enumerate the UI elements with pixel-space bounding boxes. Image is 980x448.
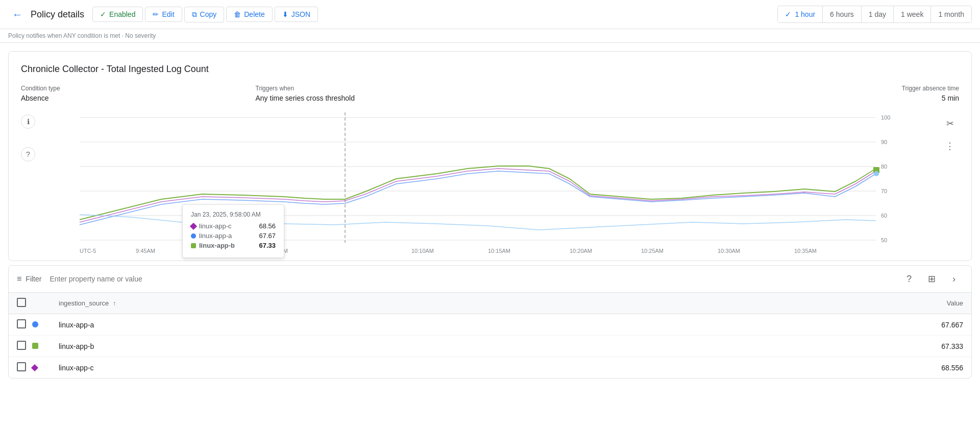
delete-icon: 🗑 (234, 10, 241, 18)
info-icon-btn[interactable]: ℹ (21, 114, 35, 129)
svg-text:10:30AM: 10:30AM (718, 248, 740, 254)
svg-text:9:50AM: 9:50AM (202, 248, 222, 254)
subtitle-bar: Policy notifies when ANY condition is me… (0, 29, 980, 43)
time-range-1hour[interactable]: ✓ 1 hour (778, 6, 823, 22)
time-range-group: ✓ 1 hour 6 hours 1 day 1 week 1 month (777, 6, 972, 23)
download-icon: ⬇ (282, 10, 288, 18)
series-dot-icon (32, 321, 38, 327)
delete-button[interactable]: 🗑 Delete (226, 7, 272, 22)
svg-text:9:45AM: 9:45AM (136, 248, 155, 254)
source-cell: linux-app-b (51, 336, 656, 357)
check-circle-icon: ✓ (100, 10, 106, 18)
filter-label: Filter (26, 275, 41, 283)
table-body: linux-app-a 67.667 linux-app-b 67.333 li… (9, 314, 971, 379)
columns-icon-btn[interactable]: ⊞ (922, 270, 941, 288)
value-cell: 67.667 (656, 314, 971, 336)
header-checkbox[interactable] (17, 298, 26, 307)
chart-title: Chronicle Collector - Total Ingested Log… (21, 64, 959, 75)
row-checkbox-2[interactable] (17, 362, 26, 371)
time-range-1day[interactable]: 1 day (862, 6, 894, 22)
svg-text:60: 60 (881, 213, 887, 219)
svg-text:UTC-5: UTC-5 (80, 248, 96, 254)
data-table: ingestion_source ↑ Value linux-app-a 67.… (9, 293, 971, 378)
more-vert-icon-btn[interactable]: ⋮ (941, 137, 959, 155)
svg-text:90: 90 (881, 139, 887, 145)
chart-card: Chronicle Collector - Total Ingested Log… (8, 51, 972, 261)
row-checkbox-1[interactable] (17, 341, 26, 350)
chart-area-wrapper: ℹ ? 100 90 80 70 60 (21, 112, 959, 261)
help-table-icon-btn[interactable]: ? (900, 270, 918, 288)
back-button[interactable]: ← (8, 5, 27, 23)
chart-controls-right: ✂ ⋮ (941, 112, 959, 261)
header-source-col[interactable]: ingestion_source ↑ (51, 293, 656, 314)
chart-svg: 100 90 80 70 60 50 (39, 112, 937, 261)
copy-icon: ⧉ (192, 10, 197, 19)
triggers-when-section: Triggers when Any time series cross thre… (256, 85, 725, 102)
time-range-6hours[interactable]: 6 hours (823, 6, 862, 22)
source-cell: linux-app-a (51, 314, 656, 336)
table-row: linux-app-c 68.556 (9, 357, 971, 379)
table-row: linux-app-a 67.667 (9, 314, 971, 336)
svg-text:80: 80 (881, 163, 887, 170)
row-checkbox-0[interactable] (17, 319, 26, 328)
sort-asc-icon: ↑ (113, 300, 116, 307)
header-checkbox-col (9, 293, 30, 314)
table-row: linux-app-b 67.333 (9, 336, 971, 357)
table-filter-right: ? ⊞ › (900, 270, 963, 288)
top-bar-actions: ✓ Enabled ✏ Edit ⧉ Copy 🗑 Delete ⬇ JSON (92, 7, 318, 22)
table-filter-bar: ≡ Filter ? ⊞ › (9, 266, 971, 293)
header-icon-col (30, 293, 51, 314)
json-button[interactable]: ⬇ JSON (275, 7, 318, 22)
table-area: ≡ Filter ? ⊞ › ingestion_source ↑ (8, 265, 972, 379)
svg-text:10:25AM: 10:25AM (641, 248, 664, 254)
top-bar: ← Policy details ✓ Enabled ✏ Edit ⧉ Copy… (0, 0, 980, 29)
svg-text:10:10AM: 10:10AM (411, 248, 434, 254)
value-cell: 68.556 (656, 357, 971, 379)
svg-text:100: 100 (881, 114, 890, 121)
series-linux-app-a (80, 171, 876, 225)
enabled-button[interactable]: ✓ Enabled (92, 7, 143, 22)
chart-main: 100 90 80 70 60 50 (39, 112, 937, 261)
source-cell: linux-app-c (51, 357, 656, 379)
scissor-icon-btn[interactable]: ✂ (941, 114, 959, 133)
table-header-row: ingestion_source ↑ Value (9, 293, 971, 314)
svg-text:10:35AM: 10:35AM (794, 248, 817, 254)
filter-icon: ≡ (17, 274, 21, 284)
svg-text:10:15AM: 10:15AM (488, 248, 510, 254)
page-title: Policy details (31, 9, 84, 20)
trigger-absence-section: Trigger absence time 5 min (725, 85, 960, 102)
series-linux-app-b (80, 166, 876, 220)
chart-meta: Condition type Absence Triggers when Any… (21, 85, 959, 102)
help-icon-btn[interactable]: ? (21, 147, 35, 161)
svg-text:9:55AM: 9:55AM (268, 248, 288, 254)
time-range-1month[interactable]: 1 month (931, 6, 971, 22)
condition-type-section: Condition type Absence (21, 85, 256, 102)
check-icon: ✓ (785, 10, 791, 18)
series-linux-app-c (80, 169, 876, 222)
svg-text:70: 70 (881, 188, 887, 194)
header-value-col: Value (656, 293, 971, 314)
copy-button[interactable]: ⧉ Copy (184, 7, 225, 22)
series-threshold (80, 215, 876, 230)
filter-input[interactable] (50, 275, 896, 283)
svg-text:10:20AM: 10:20AM (570, 248, 592, 254)
chart-controls-left: ℹ ? (21, 112, 35, 261)
svg-point-24 (874, 171, 879, 176)
svg-text:50: 50 (881, 237, 887, 243)
back-icon: ← (12, 9, 22, 20)
series-diamond-icon (31, 364, 38, 371)
time-range-1week[interactable]: 1 week (894, 6, 931, 22)
main-content: Chronicle Collector - Total Ingested Log… (0, 43, 980, 387)
series-square-icon (32, 343, 38, 349)
expand-icon-btn[interactable]: › (945, 270, 963, 288)
value-cell: 67.333 (656, 336, 971, 357)
edit-icon: ✏ (153, 10, 159, 18)
edit-button[interactable]: ✏ Edit (145, 7, 182, 22)
